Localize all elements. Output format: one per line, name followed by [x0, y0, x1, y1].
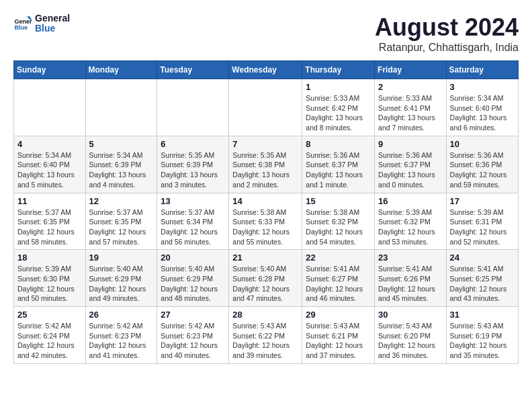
logo-line2: Blue — [35, 24, 70, 34]
day-info: Sunrise: 5:43 AMSunset: 6:19 PMDaylight:… — [450, 321, 515, 361]
calendar-cell: 8Sunrise: 5:36 AMSunset: 6:37 PMDaylight… — [302, 136, 375, 193]
day-info: Sunrise: 5:35 AMSunset: 6:38 PMDaylight:… — [232, 150, 298, 190]
day-number: 7 — [232, 139, 298, 149]
calendar-cell: 6Sunrise: 5:35 AMSunset: 6:39 PMDaylight… — [157, 136, 229, 193]
calendar-cell: 18Sunrise: 5:39 AMSunset: 6:30 PMDayligh… — [14, 250, 86, 307]
day-header-sunday: Sunday — [14, 61, 86, 79]
day-number: 25 — [17, 310, 82, 320]
calendar-cell: 30Sunrise: 5:43 AMSunset: 6:20 PMDayligh… — [375, 307, 447, 364]
calendar-cell: 3Sunrise: 5:34 AMSunset: 6:40 PMDaylight… — [446, 79, 518, 136]
day-number: 4 — [17, 139, 82, 149]
day-number: 14 — [232, 196, 298, 206]
calendar-cell: 7Sunrise: 5:35 AMSunset: 6:38 PMDaylight… — [229, 136, 302, 193]
calendar-cell: 2Sunrise: 5:33 AMSunset: 6:41 PMDaylight… — [375, 79, 447, 136]
logo-icon: General Blue — [13, 14, 32, 33]
calendar-cell: 23Sunrise: 5:41 AMSunset: 6:26 PMDayligh… — [375, 250, 447, 307]
day-info: Sunrise: 5:39 AMSunset: 6:30 PMDaylight:… — [17, 264, 82, 304]
calendar-cell: 29Sunrise: 5:43 AMSunset: 6:21 PMDayligh… — [302, 307, 375, 364]
day-info: Sunrise: 5:39 AMSunset: 6:31 PMDaylight:… — [450, 208, 515, 247]
calendar-cell: 27Sunrise: 5:42 AMSunset: 6:23 PMDayligh… — [157, 307, 229, 364]
calendar-cell: 1Sunrise: 5:33 AMSunset: 6:42 PMDaylight… — [302, 79, 375, 136]
day-info: Sunrise: 5:41 AMSunset: 6:26 PMDaylight:… — [378, 264, 443, 304]
day-number: 23 — [378, 253, 443, 263]
calendar-cell: 14Sunrise: 5:38 AMSunset: 6:33 PMDayligh… — [229, 193, 302, 250]
day-header-thursday: Thursday — [302, 61, 375, 79]
day-number: 3 — [450, 82, 515, 92]
calendar-cell — [14, 79, 86, 136]
day-number: 17 — [450, 196, 515, 206]
day-number: 31 — [450, 310, 515, 320]
day-number: 21 — [232, 253, 298, 263]
calendar-cell: 22Sunrise: 5:41 AMSunset: 6:27 PMDayligh… — [302, 250, 375, 307]
day-info: Sunrise: 5:42 AMSunset: 6:23 PMDaylight:… — [89, 321, 154, 361]
day-info: Sunrise: 5:38 AMSunset: 6:32 PMDaylight:… — [306, 208, 371, 247]
day-info: Sunrise: 5:35 AMSunset: 6:39 PMDaylight:… — [161, 150, 225, 190]
day-number: 12 — [89, 196, 154, 206]
calendar-cell: 12Sunrise: 5:37 AMSunset: 6:35 PMDayligh… — [85, 193, 157, 250]
day-info: Sunrise: 5:40 AMSunset: 6:28 PMDaylight:… — [232, 264, 298, 304]
day-number: 28 — [232, 310, 298, 320]
day-info: Sunrise: 5:43 AMSunset: 6:21 PMDaylight:… — [306, 321, 371, 361]
day-header-monday: Monday — [85, 61, 157, 79]
day-info: Sunrise: 5:41 AMSunset: 6:27 PMDaylight:… — [306, 264, 371, 304]
day-info: Sunrise: 5:34 AMSunset: 6:39 PMDaylight:… — [89, 150, 154, 190]
page-subtitle: Ratanpur, Chhattisgarh, India — [375, 42, 519, 54]
day-number: 11 — [17, 196, 82, 206]
day-info: Sunrise: 5:37 AMSunset: 6:35 PMDaylight:… — [89, 208, 154, 247]
day-number: 18 — [17, 253, 82, 263]
day-number: 30 — [378, 310, 443, 320]
day-header-tuesday: Tuesday — [157, 61, 229, 79]
calendar-cell: 21Sunrise: 5:40 AMSunset: 6:28 PMDayligh… — [229, 250, 302, 307]
calendar-cell — [85, 79, 157, 136]
calendar-cell: 4Sunrise: 5:34 AMSunset: 6:40 PMDaylight… — [14, 136, 86, 193]
title-block: August 2024 Ratanpur, Chhattisgarh, Indi… — [375, 13, 519, 54]
day-info: Sunrise: 5:42 AMSunset: 6:23 PMDaylight:… — [161, 321, 225, 361]
day-info: Sunrise: 5:34 AMSunset: 6:40 PMDaylight:… — [450, 93, 515, 133]
calendar-cell: 11Sunrise: 5:37 AMSunset: 6:35 PMDayligh… — [14, 193, 86, 250]
day-info: Sunrise: 5:33 AMSunset: 6:41 PMDaylight:… — [378, 93, 443, 133]
calendar-cell: 9Sunrise: 5:36 AMSunset: 6:37 PMDaylight… — [375, 136, 447, 193]
day-info: Sunrise: 5:37 AMSunset: 6:35 PMDaylight:… — [17, 208, 82, 247]
day-header-wednesday: Wednesday — [229, 61, 302, 79]
calendar-cell: 5Sunrise: 5:34 AMSunset: 6:39 PMDaylight… — [85, 136, 157, 193]
day-header-friday: Friday — [375, 61, 447, 79]
calendar-table: SundayMondayTuesdayWednesdayThursdayFrid… — [13, 60, 519, 364]
day-info: Sunrise: 5:38 AMSunset: 6:33 PMDaylight:… — [232, 208, 298, 247]
day-number: 13 — [161, 196, 225, 206]
day-header-saturday: Saturday — [446, 61, 518, 79]
day-info: Sunrise: 5:41 AMSunset: 6:25 PMDaylight:… — [450, 264, 515, 304]
day-info: Sunrise: 5:39 AMSunset: 6:32 PMDaylight:… — [378, 208, 443, 247]
day-number: 26 — [89, 310, 154, 320]
calendar-cell: 26Sunrise: 5:42 AMSunset: 6:23 PMDayligh… — [85, 307, 157, 364]
day-number: 27 — [161, 310, 225, 320]
calendar-cell: 19Sunrise: 5:40 AMSunset: 6:29 PMDayligh… — [85, 250, 157, 307]
day-info: Sunrise: 5:36 AMSunset: 6:36 PMDaylight:… — [450, 150, 515, 190]
day-info: Sunrise: 5:37 AMSunset: 6:34 PMDaylight:… — [161, 208, 225, 247]
day-info: Sunrise: 5:43 AMSunset: 6:22 PMDaylight:… — [232, 321, 298, 361]
day-number: 29 — [306, 310, 371, 320]
page-header: General Blue General Blue August 2024 Ra… — [13, 13, 519, 54]
day-info: Sunrise: 5:42 AMSunset: 6:24 PMDaylight:… — [17, 321, 82, 361]
day-info: Sunrise: 5:40 AMSunset: 6:29 PMDaylight:… — [161, 264, 225, 304]
day-number: 15 — [306, 196, 371, 206]
day-number: 19 — [89, 253, 154, 263]
day-number: 6 — [161, 139, 225, 149]
day-info: Sunrise: 5:34 AMSunset: 6:40 PMDaylight:… — [17, 150, 82, 190]
day-info: Sunrise: 5:40 AMSunset: 6:29 PMDaylight:… — [89, 264, 154, 304]
svg-text:Blue: Blue — [14, 24, 28, 31]
day-number: 9 — [378, 139, 443, 149]
calendar-cell: 24Sunrise: 5:41 AMSunset: 6:25 PMDayligh… — [446, 250, 518, 307]
day-number: 22 — [306, 253, 371, 263]
day-number: 5 — [89, 139, 154, 149]
day-number: 10 — [450, 139, 515, 149]
day-number: 2 — [378, 82, 443, 92]
day-info: Sunrise: 5:36 AMSunset: 6:37 PMDaylight:… — [306, 150, 371, 190]
calendar-cell: 25Sunrise: 5:42 AMSunset: 6:24 PMDayligh… — [14, 307, 86, 364]
calendar-cell: 13Sunrise: 5:37 AMSunset: 6:34 PMDayligh… — [157, 193, 229, 250]
day-number: 1 — [306, 82, 371, 92]
day-info: Sunrise: 5:36 AMSunset: 6:37 PMDaylight:… — [378, 150, 443, 190]
calendar-cell: 10Sunrise: 5:36 AMSunset: 6:36 PMDayligh… — [446, 136, 518, 193]
page-title: August 2024 — [375, 13, 519, 42]
logo: General Blue General Blue — [13, 13, 70, 34]
calendar-cell: 20Sunrise: 5:40 AMSunset: 6:29 PMDayligh… — [157, 250, 229, 307]
